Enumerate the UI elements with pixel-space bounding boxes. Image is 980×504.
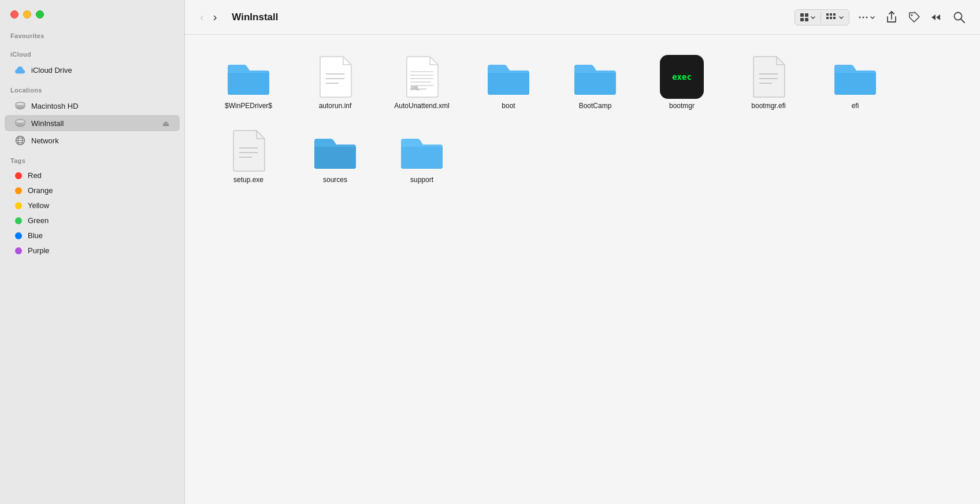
svg-point-19: [859, 16, 861, 18]
close-button[interactable]: [10, 10, 18, 18]
favourites-label: Favourites: [0, 24, 184, 43]
svg-point-22: [911, 14, 913, 16]
window-title: WinInstall: [232, 12, 278, 23]
file-name: setup.exe: [233, 176, 263, 184]
nav-buttons: ‹ ›: [196, 7, 220, 27]
network-icon: [15, 135, 25, 146]
search-button[interactable]: [950, 8, 968, 27]
svg-rect-10: [805, 13, 808, 17]
svg-rect-14: [830, 13, 832, 16]
svg-point-1: [16, 102, 25, 106]
tag-color-dot: [15, 247, 22, 254]
file-item[interactable]: XML AutoUnattend.xml: [381, 52, 462, 114]
sidebar: Favourites iCloud iCloud Drive Locations…: [0, 0, 185, 504]
sidebar-item-tag-green[interactable]: Green: [5, 213, 180, 228]
svg-rect-16: [826, 17, 829, 19]
file-name: support: [410, 176, 433, 184]
tags-label: Tags: [0, 149, 184, 168]
sidebar-item-network[interactable]: Network: [5, 132, 180, 149]
svg-rect-12: [805, 18, 808, 21]
tag-label: Green: [28, 216, 169, 225]
document-icon: [312, 57, 358, 97]
file-name: $WinPEDriver$: [225, 102, 272, 110]
tag-color-dot: [15, 187, 22, 194]
svg-line-24: [961, 19, 964, 23]
svg-rect-13: [826, 13, 829, 16]
svg-rect-15: [833, 13, 836, 16]
file-name: autorun.inf: [319, 102, 352, 110]
forward-button[interactable]: ›: [210, 7, 221, 27]
file-item[interactable]: autorun.inf: [295, 52, 376, 114]
main-content: ‹ › WinInstall: [185, 0, 980, 504]
eject-icon[interactable]: ⏏: [162, 119, 169, 128]
exec-icon-wrapper: exec: [659, 57, 705, 97]
folder-icon: [225, 57, 272, 97]
tag-color-dot: [15, 232, 22, 239]
file-item[interactable]: support: [381, 126, 462, 188]
file-item[interactable]: efi: [815, 52, 896, 114]
tag-color-dot: [15, 202, 22, 209]
sidebar-item-tag-orange[interactable]: Orange: [5, 183, 180, 198]
tag-label: Yellow: [28, 201, 169, 210]
file-name: AutoUnattend.xml: [394, 102, 449, 110]
file-item[interactable]: BootCamp: [555, 52, 636, 114]
file-name: sources: [323, 176, 347, 184]
sidebar-item-macintosh-hd[interactable]: Macintosh HD: [5, 98, 180, 114]
gray-document-icon: [745, 57, 792, 97]
share-button[interactable]: [883, 8, 900, 27]
tag-label: Red: [28, 171, 169, 180]
svg-rect-17: [830, 17, 832, 19]
exec-file-icon: exec: [660, 55, 704, 99]
maximize-button[interactable]: [36, 10, 44, 18]
toolbar: ‹ › WinInstall: [185, 0, 980, 35]
back-button[interactable]: ‹: [196, 7, 207, 27]
tag-color-dot: [15, 217, 22, 224]
tag-button[interactable]: [905, 8, 923, 27]
folder-icon: [485, 57, 532, 97]
file-item[interactable]: $WinPEDriver$: [208, 52, 289, 114]
file-grid: $WinPEDriver$ autorun.inf XML AutoUnatte…: [185, 35, 980, 504]
file-item[interactable]: bootmgr.efi: [728, 52, 809, 114]
svg-point-3: [16, 120, 25, 123]
svg-rect-18: [833, 17, 836, 19]
sidebar-item-tag-blue[interactable]: Blue: [5, 228, 180, 243]
folder-icon: [832, 57, 878, 97]
more-options-button[interactable]: [854, 8, 878, 27]
sidebar-item-tag-purple[interactable]: Purple: [5, 243, 180, 258]
grid-group-view-button[interactable]: [821, 10, 849, 25]
file-item[interactable]: boot: [468, 52, 549, 114]
svg-point-20: [863, 16, 864, 18]
icloud-drive-label: iCloud Drive: [31, 66, 169, 75]
network-label: Network: [31, 136, 169, 145]
tag-label: Purple: [28, 246, 169, 255]
file-name: BootCamp: [579, 102, 612, 110]
sidebar-item-tag-yellow[interactable]: Yellow: [5, 198, 180, 213]
tag-color-dot: [15, 172, 22, 179]
tags-container: Red Orange Yellow Green Blue Purple: [0, 168, 184, 258]
icloud-icon: [15, 65, 25, 75]
sidebar-item-wininstall[interactable]: WinInstall ⏏: [5, 115, 180, 131]
xml-document-icon: XML: [399, 57, 445, 97]
tag-label: Blue: [28, 231, 169, 240]
minimize-button[interactable]: [23, 10, 31, 18]
file-item[interactable]: sources: [295, 126, 376, 188]
svg-point-21: [866, 16, 868, 18]
disk-icon: [15, 101, 25, 111]
svg-rect-11: [800, 18, 804, 21]
folder-icon: [312, 131, 358, 171]
gray-document-icon: [225, 131, 272, 171]
traffic-lights: [0, 0, 184, 24]
file-name: bootmgr.efi: [751, 102, 785, 110]
toolbar-controls: [795, 8, 968, 27]
sidebar-item-tag-red[interactable]: Red: [5, 168, 180, 183]
folder-icon: [572, 57, 618, 97]
sidebar-item-icloud-drive[interactable]: iCloud Drive: [5, 62, 180, 78]
file-name: efi: [852, 102, 859, 110]
wininstall-label: WinInstall: [31, 119, 157, 128]
more-button[interactable]: [928, 10, 945, 25]
file-item[interactable]: setup.exe: [208, 126, 289, 188]
macintosh-hd-label: Macintosh HD: [31, 102, 169, 110]
file-item[interactable]: exec bootmgr: [641, 52, 722, 114]
locations-label: Locations: [0, 79, 184, 97]
grid-view-button[interactable]: [795, 10, 821, 25]
